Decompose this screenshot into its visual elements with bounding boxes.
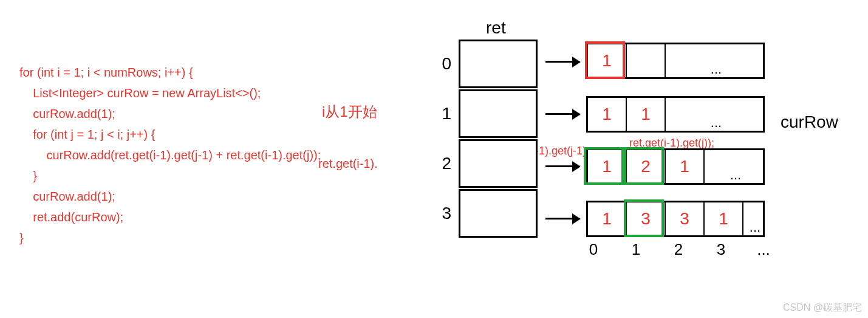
code-line: curRow.add(1); <box>19 107 115 120</box>
cell-ellipsis: ... <box>666 98 763 131</box>
col-index: 1 <box>628 240 644 259</box>
ret-slot <box>459 40 538 88</box>
row-box-0: 1 ... <box>586 43 765 79</box>
code-line: } <box>19 231 24 244</box>
cell: 3 <box>627 202 666 235</box>
watermark: CSDN @碳基肥宅 <box>783 302 862 314</box>
cell: 2 <box>627 150 666 183</box>
annotation-i-start: i从1开始 <box>322 102 377 122</box>
cell: 1 <box>588 44 627 77</box>
cell: 1 <box>588 98 627 131</box>
cell-ellipsis: ... <box>705 150 763 183</box>
ret-slot <box>459 189 538 238</box>
col-index: 2 <box>671 240 686 259</box>
ret-index: 2 <box>433 154 451 173</box>
arrow-icon <box>545 113 579 115</box>
code-block: for (int i = 1; i < numRows; i++) { List… <box>19 41 321 248</box>
ret-column: 0 1 2 3 <box>459 40 538 239</box>
cell: 1 <box>627 98 666 131</box>
arrow-icon <box>545 61 579 63</box>
cell: 1 <box>588 150 627 183</box>
cell: 1 <box>588 202 627 235</box>
cell-empty <box>627 44 666 77</box>
label-ret: ret <box>486 18 506 38</box>
cell-ellipsis: ... <box>743 202 763 235</box>
col-index: 3 <box>713 240 729 259</box>
column-index-row: 0 1 2 3 ... <box>586 240 771 259</box>
code-line: } <box>19 169 37 182</box>
code-line: curRow.add(1); <box>19 190 115 203</box>
ret-slot <box>459 89 538 138</box>
row-box-2: 1 2 1 ... <box>586 148 765 185</box>
code-line: List<Integer> curRow = new ArrayList<>()… <box>19 86 261 100</box>
arrow-icon <box>545 165 579 167</box>
cell: 1 <box>666 150 705 183</box>
cell: 1 <box>705 202 743 235</box>
row-box-3: 1 3 3 1 ... <box>586 201 765 237</box>
ret-index: 3 <box>433 204 451 223</box>
code-line: for (int j = 1; j < i; j++) { <box>19 128 155 141</box>
ret-index: 0 <box>433 54 451 74</box>
ret-index: 1 <box>433 104 451 123</box>
row-box-1: 1 1 ... <box>586 96 765 133</box>
ret-slot <box>459 139 538 188</box>
annotation-ret-get-i1: ret.get(i-1). <box>318 157 378 171</box>
label-currow: curRow <box>781 112 838 132</box>
code-line: ret.add(curRow); <box>19 210 123 224</box>
cell-ellipsis: ... <box>666 44 763 77</box>
arrow-icon <box>545 218 579 219</box>
annotation-ret-get-ij: ret.get(i-1).get(j)); <box>629 137 714 150</box>
col-index: ... <box>756 240 771 259</box>
cell: 3 <box>666 202 705 235</box>
code-line: for (int i = 1; i < numRows; i++) { <box>19 66 193 79</box>
col-index: 0 <box>586 240 601 259</box>
code-line: curRow.add(ret.get(i-1).get(j-1) + ret.g… <box>19 148 321 162</box>
